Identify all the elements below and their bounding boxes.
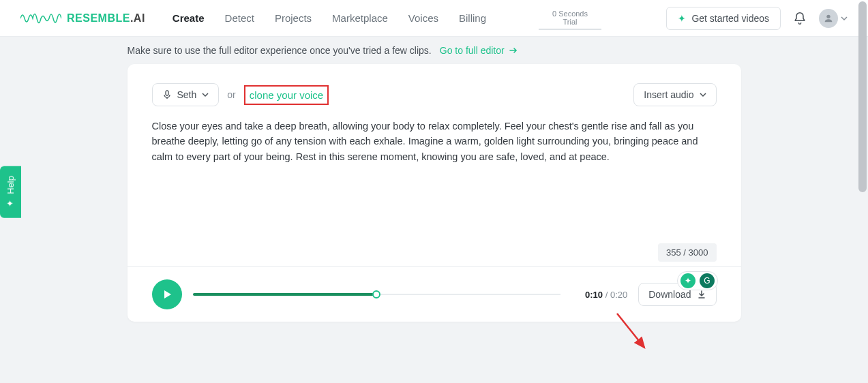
svg-point-0	[826, 14, 830, 18]
character-count: 355 / 3000	[152, 246, 717, 258]
current-time: 0:10	[585, 290, 603, 300]
nav-projects[interactable]: Projects	[275, 12, 312, 24]
help-label: Help	[5, 176, 16, 194]
clone-voice-link[interactable]: clone your voice	[244, 85, 329, 105]
microphone-icon	[162, 90, 172, 99]
editor-toolbar: Seth or clone your voice Insert audio	[152, 83, 717, 106]
play-icon	[162, 289, 173, 300]
full-editor-label: Go to full editor	[440, 45, 505, 56]
get-started-button[interactable]: ✦ Get started videos	[666, 7, 781, 30]
insert-audio-label: Insert audio	[644, 89, 693, 100]
svg-rect-1	[166, 91, 168, 95]
trial-badge[interactable]: 0 Seconds Trial	[539, 7, 601, 30]
waveform-icon	[20, 8, 61, 29]
nav-create[interactable]: Create	[173, 12, 205, 24]
trial-label: Trial	[552, 18, 588, 26]
grammarly-icon[interactable]: G	[700, 273, 715, 288]
download-icon	[697, 290, 706, 299]
floating-widgets: ✦ G	[677, 271, 718, 290]
download-label: Download	[648, 289, 691, 300]
help-tab[interactable]: ✦ Help	[0, 166, 21, 218]
chevron-down-icon	[202, 91, 209, 98]
get-started-label: Get started videos	[691, 13, 769, 24]
full-editor-link[interactable]: Go to full editor	[440, 45, 518, 56]
voice-selector[interactable]: Seth	[152, 83, 220, 106]
header-actions: ✦ Get started videos	[666, 7, 848, 30]
bolt-icon: ✦	[678, 13, 686, 24]
insert-audio-button[interactable]: Insert audio	[633, 83, 716, 106]
main-nav: Create Detect Projects Marketplace Voice…	[173, 12, 486, 24]
sparkle-icon: ✦	[5, 198, 16, 209]
scrollbar[interactable]	[858, 1, 867, 192]
progress-bar[interactable]	[193, 292, 561, 296]
divider	[128, 266, 741, 267]
progress-fill	[193, 293, 377, 296]
editor-card: Seth or clone your voice Insert audio Cl…	[128, 64, 741, 322]
nav-billing[interactable]: Billing	[459, 12, 486, 24]
progress-thumb[interactable]	[372, 290, 380, 298]
chevron-down-icon	[841, 15, 848, 22]
brand-text: RESEMBLE.AI	[67, 12, 145, 25]
user-menu[interactable]	[819, 9, 848, 28]
script-textarea[interactable]: Close your eyes and take a deep breath, …	[152, 119, 717, 164]
avatar-icon	[819, 9, 838, 28]
notifications-icon[interactable]	[793, 12, 807, 25]
chevron-down-icon	[700, 91, 706, 98]
total-time: 0:20	[610, 290, 627, 300]
brand-logo[interactable]: RESEMBLE.AI	[20, 8, 145, 29]
play-button[interactable]	[152, 279, 182, 309]
app-header: RESEMBLE.AI Create Detect Projects Marke…	[0, 0, 868, 37]
assist-widget-icon[interactable]: ✦	[680, 273, 695, 288]
editor-hint: Make sure to use the full editor experie…	[128, 45, 741, 56]
time-display: 0:10 / 0:20	[585, 290, 627, 300]
arrow-right-icon	[509, 46, 518, 55]
audio-player: 0:10 / 0:20 Download	[152, 279, 717, 309]
trial-seconds: 0 Seconds	[552, 10, 588, 18]
nav-voices[interactable]: Voices	[408, 12, 438, 24]
nav-detect[interactable]: Detect	[225, 12, 254, 24]
char-count-value: 355 / 3000	[658, 243, 716, 262]
hint-text: Make sure to use the full editor experie…	[128, 45, 432, 56]
or-label: or	[227, 89, 235, 100]
voice-name: Seth	[177, 89, 197, 100]
nav-marketplace[interactable]: Marketplace	[332, 12, 388, 24]
